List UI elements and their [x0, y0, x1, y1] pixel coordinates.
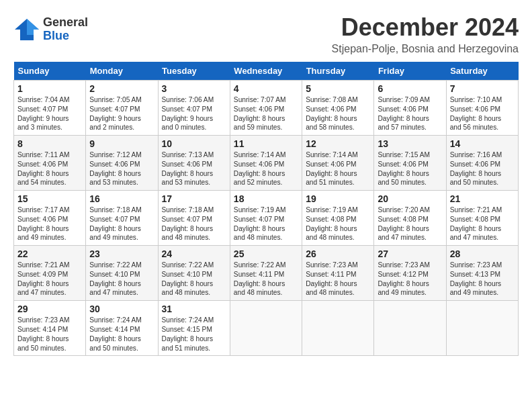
day-info: Sunrise: 7:18 AMSunset: 4:07 PMDaylight:…: [89, 205, 154, 242]
day-info: Sunrise: 7:14 AMSunset: 4:06 PMDaylight:…: [306, 150, 370, 187]
day-number: 23: [89, 248, 154, 259]
day-info: Sunrise: 7:17 AMSunset: 4:06 PMDaylight:…: [17, 205, 82, 242]
calendar-cell: 9Sunrise: 7:12 AMSunset: 4:06 PMDaylight…: [86, 136, 158, 191]
day-info: Sunrise: 7:16 AMSunset: 4:06 PMDaylight:…: [450, 150, 515, 187]
day-info: Sunrise: 7:06 AMSunset: 4:07 PMDaylight:…: [162, 95, 226, 132]
calendar-cell: 4Sunrise: 7:07 AMSunset: 4:06 PMDaylight…: [230, 81, 302, 136]
day-number: 30: [89, 304, 154, 314]
day-number: 9: [89, 138, 154, 149]
day-number: 16: [89, 193, 154, 204]
subtitle: Stjepan-Polje, Bosnia and Herzegovina: [332, 43, 519, 55]
logo-icon: [13, 17, 40, 42]
calendar-cell: 23Sunrise: 7:22 AMSunset: 4:10 PMDayligh…: [86, 246, 158, 301]
week-row-5: 29Sunrise: 7:23 AMSunset: 4:14 PMDayligh…: [14, 301, 519, 356]
day-number: 24: [162, 248, 226, 259]
day-info: Sunrise: 7:07 AMSunset: 4:06 PMDaylight:…: [234, 95, 298, 132]
calendar-cell: 10Sunrise: 7:13 AMSunset: 4:06 PMDayligh…: [158, 136, 230, 191]
calendar-cell: 16Sunrise: 7:18 AMSunset: 4:07 PMDayligh…: [86, 191, 158, 246]
day-number: 25: [234, 248, 298, 259]
calendar-cell: [302, 301, 374, 356]
calendar-cell: 24Sunrise: 7:22 AMSunset: 4:10 PMDayligh…: [158, 246, 230, 301]
calendar-cell: 29Sunrise: 7:23 AMSunset: 4:14 PMDayligh…: [14, 301, 86, 356]
svg-marker-1: [27, 19, 39, 35]
day-number: 14: [450, 138, 515, 149]
column-header-friday: Friday: [374, 62, 446, 81]
calendar-cell: 19Sunrise: 7:19 AMSunset: 4:08 PMDayligh…: [302, 191, 374, 246]
day-number: 21: [450, 193, 515, 204]
day-info: Sunrise: 7:13 AMSunset: 4:06 PMDaylight:…: [162, 150, 226, 187]
calendar-cell: 15Sunrise: 7:17 AMSunset: 4:06 PMDayligh…: [14, 191, 86, 246]
calendar-cell: 17Sunrise: 7:18 AMSunset: 4:07 PMDayligh…: [158, 191, 230, 246]
day-info: Sunrise: 7:05 AMSunset: 4:07 PMDaylight:…: [89, 95, 154, 132]
day-info: Sunrise: 7:24 AMSunset: 4:15 PMDaylight:…: [162, 316, 226, 353]
day-number: 15: [17, 193, 82, 204]
calendar-cell: 27Sunrise: 7:23 AMSunset: 4:12 PMDayligh…: [374, 246, 446, 301]
day-info: Sunrise: 7:23 AMSunset: 4:12 PMDaylight:…: [378, 261, 442, 298]
day-info: Sunrise: 7:11 AMSunset: 4:06 PMDaylight:…: [17, 150, 82, 187]
header: General Blue December 2024 Stjepan-Polje…: [13, 13, 519, 55]
column-header-sunday: Sunday: [14, 62, 86, 81]
calendar-cell: 8Sunrise: 7:11 AMSunset: 4:06 PMDaylight…: [14, 136, 86, 191]
column-header-tuesday: Tuesday: [158, 62, 230, 81]
week-row-1: 1Sunrise: 7:04 AMSunset: 4:07 PMDaylight…: [14, 81, 519, 136]
day-number: 20: [378, 193, 442, 204]
day-info: Sunrise: 7:10 AMSunset: 4:06 PMDaylight:…: [450, 95, 515, 132]
calendar-cell: 11Sunrise: 7:14 AMSunset: 4:06 PMDayligh…: [230, 136, 302, 191]
calendar-cell: [446, 301, 518, 356]
day-number: 29: [17, 304, 82, 314]
week-row-3: 15Sunrise: 7:17 AMSunset: 4:06 PMDayligh…: [14, 191, 519, 246]
day-info: Sunrise: 7:12 AMSunset: 4:06 PMDaylight:…: [89, 150, 154, 187]
calendar-cell: [374, 301, 446, 356]
day-info: Sunrise: 7:23 AMSunset: 4:13 PMDaylight:…: [450, 261, 515, 298]
day-number: 13: [378, 138, 442, 149]
day-number: 22: [17, 248, 82, 259]
day-number: 12: [306, 138, 370, 149]
day-info: Sunrise: 7:18 AMSunset: 4:07 PMDaylight:…: [162, 205, 226, 242]
calendar-cell: 18Sunrise: 7:19 AMSunset: 4:07 PMDayligh…: [230, 191, 302, 246]
day-number: 18: [234, 193, 298, 204]
day-number: 7: [450, 83, 515, 94]
calendar-cell: 22Sunrise: 7:21 AMSunset: 4:09 PMDayligh…: [14, 246, 86, 301]
day-info: Sunrise: 7:21 AMSunset: 4:08 PMDaylight:…: [450, 205, 515, 242]
logo-blue-text: Blue: [43, 30, 88, 43]
day-info: Sunrise: 7:08 AMSunset: 4:06 PMDaylight:…: [306, 95, 370, 132]
day-info: Sunrise: 7:22 AMSunset: 4:11 PMDaylight:…: [234, 261, 298, 298]
header-row: SundayMondayTuesdayWednesdayThursdayFrid…: [14, 62, 519, 81]
week-row-4: 22Sunrise: 7:21 AMSunset: 4:09 PMDayligh…: [14, 246, 519, 301]
day-number: 8: [17, 138, 82, 149]
calendar-cell: 30Sunrise: 7:24 AMSunset: 4:14 PMDayligh…: [86, 301, 158, 356]
calendar-cell: 28Sunrise: 7:23 AMSunset: 4:13 PMDayligh…: [446, 246, 518, 301]
day-number: 1: [17, 83, 82, 94]
logo-general-text: General: [43, 16, 88, 30]
day-number: 5: [306, 83, 370, 94]
calendar-cell: 31Sunrise: 7:24 AMSunset: 4:15 PMDayligh…: [158, 301, 230, 356]
column-header-thursday: Thursday: [302, 62, 374, 81]
calendar-cell: 3Sunrise: 7:06 AMSunset: 4:07 PMDaylight…: [158, 81, 230, 136]
week-row-2: 8Sunrise: 7:11 AMSunset: 4:06 PMDaylight…: [14, 136, 519, 191]
calendar-cell: 20Sunrise: 7:20 AMSunset: 4:08 PMDayligh…: [374, 191, 446, 246]
day-info: Sunrise: 7:23 AMSunset: 4:11 PMDaylight:…: [306, 261, 370, 298]
page: General Blue December 2024 Stjepan-Polje…: [0, 0, 532, 363]
day-info: Sunrise: 7:22 AMSunset: 4:10 PMDaylight:…: [89, 261, 154, 298]
day-info: Sunrise: 7:04 AMSunset: 4:07 PMDaylight:…: [17, 95, 82, 132]
calendar-table: SundayMondayTuesdayWednesdayThursdayFrid…: [13, 62, 519, 356]
column-header-wednesday: Wednesday: [230, 62, 302, 81]
calendar-cell: 21Sunrise: 7:21 AMSunset: 4:08 PMDayligh…: [446, 191, 518, 246]
column-header-saturday: Saturday: [446, 62, 518, 81]
calendar-cell: 25Sunrise: 7:22 AMSunset: 4:11 PMDayligh…: [230, 246, 302, 301]
day-number: 10: [162, 138, 226, 149]
calendar-cell: 7Sunrise: 7:10 AMSunset: 4:06 PMDaylight…: [446, 81, 518, 136]
day-number: 3: [162, 83, 226, 94]
day-info: Sunrise: 7:09 AMSunset: 4:06 PMDaylight:…: [378, 95, 442, 132]
main-title: December 2024: [332, 13, 519, 42]
calendar-cell: 1Sunrise: 7:04 AMSunset: 4:07 PMDaylight…: [14, 81, 86, 136]
day-number: 26: [306, 248, 370, 259]
day-number: 6: [378, 83, 442, 94]
logo: General Blue: [13, 16, 88, 43]
day-info: Sunrise: 7:22 AMSunset: 4:10 PMDaylight:…: [162, 261, 226, 298]
day-number: 4: [234, 83, 298, 94]
calendar-cell: 13Sunrise: 7:15 AMSunset: 4:06 PMDayligh…: [374, 136, 446, 191]
day-number: 2: [89, 83, 154, 94]
day-info: Sunrise: 7:23 AMSunset: 4:14 PMDaylight:…: [17, 316, 82, 353]
day-number: 17: [162, 193, 226, 204]
